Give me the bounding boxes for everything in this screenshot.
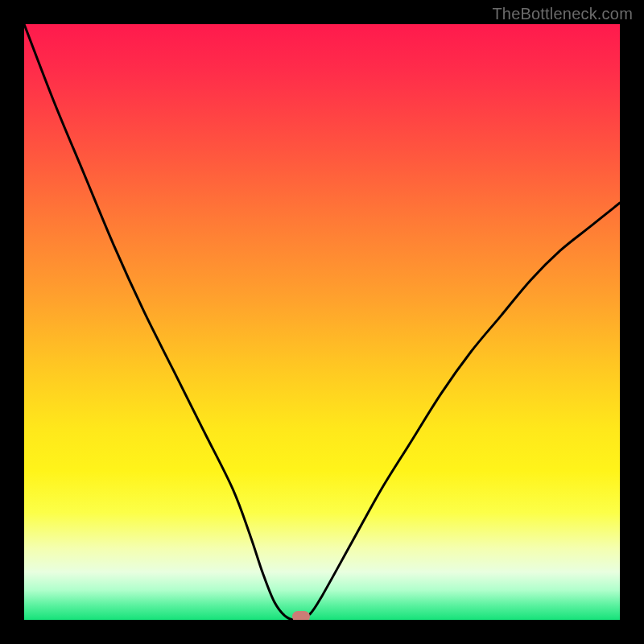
bottleneck-curve	[24, 24, 620, 620]
chart-frame: TheBottleneck.com	[0, 0, 644, 644]
optimal-point-marker	[292, 611, 310, 620]
watermark-text: TheBottleneck.com	[492, 5, 633, 23]
curve-path	[24, 24, 620, 620]
plot-area	[24, 24, 620, 620]
